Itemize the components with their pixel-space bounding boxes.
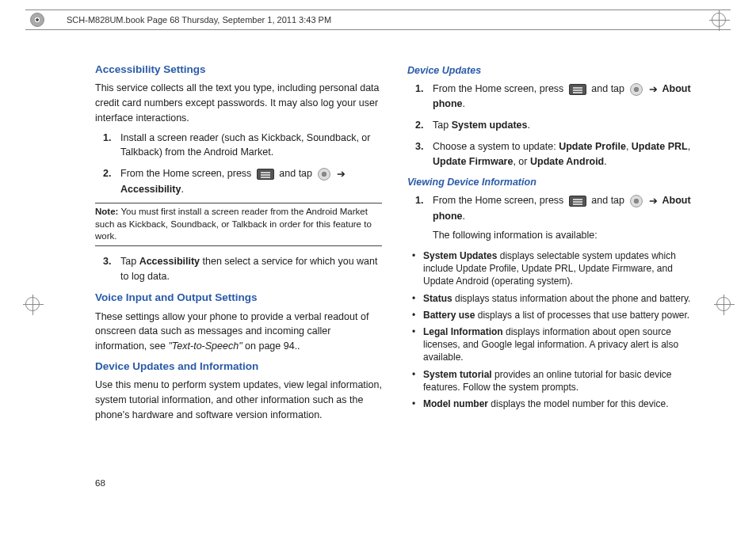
step-text: From the Home screen, press and tap ➔ Ab…: [433, 193, 694, 243]
settings-icon: [318, 168, 330, 181]
text: .: [181, 184, 183, 195]
bold-term: Update Android: [530, 156, 604, 167]
bullet-text: Status displays status information about…: [423, 292, 690, 305]
para: These settings allow your phone to provi…: [95, 310, 382, 354]
bold-term: Update Profile: [559, 141, 626, 152]
italic-reference: "Text-to-Speech": [168, 340, 242, 352]
note-text: You must first install a screen reader f…: [95, 207, 372, 241]
page-content: Accessibility Settings This service coll…: [95, 62, 694, 485]
page-number: 68: [95, 478, 105, 488]
list-item: •System Updates displays selectable syst…: [412, 249, 694, 288]
list-item: 1. Install a screen reader (such as Kick…: [103, 131, 382, 161]
cropmark-icon: [716, 297, 731, 311]
list-item: 3. Choose a system to update: Update Pro…: [415, 139, 694, 169]
text: From the Home screen, press: [120, 168, 251, 179]
heading-device-updates-info: Device Updates and Information: [95, 359, 382, 375]
list-item: •Battery use displays a list of processe…: [412, 309, 694, 321]
cropmark-icon: [25, 297, 40, 311]
bold-term: Accessibility: [120, 184, 181, 195]
para: Use this menu to perform system updates,…: [95, 378, 382, 422]
bold-term: Model number: [423, 398, 488, 409]
bullet-dot-icon: •: [412, 397, 423, 410]
left-column: Accessibility Settings This service coll…: [95, 62, 382, 485]
right-column: Device Updates 1. From the Home screen, …: [407, 62, 694, 485]
menu-key-icon: [257, 169, 274, 180]
step-text: From the Home screen, press and tap ➔ Ac…: [120, 166, 382, 196]
text: and tap: [591, 195, 624, 206]
text: .: [528, 120, 530, 131]
bullet-dot-icon: •: [412, 309, 423, 321]
note-box: Note: You must first install a screen re…: [95, 203, 382, 246]
bullet-dot-icon: •: [412, 292, 423, 305]
text: ,: [688, 141, 690, 152]
crop-header: SCH-M828UM.book Page 68 Thursday, Septem…: [25, 10, 731, 30]
step-text: Tap System updates.: [433, 118, 694, 133]
bold-term: Accessibility: [139, 256, 200, 267]
bold-term: Update Firmware: [433, 156, 513, 167]
bullet-text: Model number displays the model number f…: [423, 397, 668, 410]
bullet-text: Battery use displays a list of processes…: [423, 309, 689, 321]
heading-voice-input-output: Voice Input and Output Settings: [95, 290, 382, 306]
arrow-icon: ➔: [649, 195, 658, 207]
bullet-list: •System Updates displays selectable syst…: [412, 249, 694, 410]
text: The following information is available:: [433, 228, 694, 243]
heading-accessibility-settings: Accessibility Settings: [95, 62, 382, 78]
ordered-list: 1. From the Home screen, press and tap ➔…: [415, 193, 694, 243]
text: , or: [513, 156, 530, 167]
step-text: Choose a system to update: Update Profil…: [433, 139, 694, 169]
step-text: Install a screen reader (such as Kickbac…: [120, 131, 382, 161]
list-item: •Model number displays the model number …: [412, 397, 694, 410]
settings-icon: [630, 195, 643, 207]
menu-key-icon: [569, 196, 586, 207]
bullet-text: Legal Information displays information a…: [423, 325, 694, 364]
bullet-dot-icon: •: [412, 249, 423, 288]
heading-viewing-device-info: Viewing Device Information: [407, 175, 694, 190]
step-number: 3.: [415, 139, 433, 169]
bold-term: System tutorial: [423, 369, 492, 380]
text: .: [463, 98, 465, 109]
bold-term: System Updates: [423, 250, 497, 261]
step-number: 2.: [415, 118, 433, 133]
step-text: Tap Accessibility then select a service …: [120, 254, 382, 284]
menu-key-icon: [569, 84, 586, 95]
text: .: [463, 211, 465, 222]
list-item: 3. Tap Accessibility then select a servi…: [103, 254, 382, 284]
bullet-dot-icon: •: [412, 368, 423, 394]
bullet-text: System Updates displays selectable syste…: [423, 249, 694, 288]
heading-device-updates: Device Updates: [407, 63, 694, 78]
bold-term: Battery use: [423, 310, 475, 321]
bold-term: Update PRL: [632, 141, 688, 152]
ordered-list: 3. Tap Accessibility then select a servi…: [103, 254, 382, 284]
para: This service collects all the text you t…: [95, 81, 382, 125]
text: on page 94..: [242, 340, 300, 352]
ordered-list: 1. From the Home screen, press and tap ➔…: [415, 82, 694, 169]
list-item: 1. From the Home screen, press and tap ➔…: [415, 193, 694, 243]
step-number: 1.: [415, 82, 433, 112]
header-filename: SCH-M828UM.book Page 68 Thursday, Septem…: [67, 15, 331, 25]
step-number: 1.: [103, 131, 120, 161]
step-number: 3.: [103, 254, 120, 284]
cropmark-icon: [30, 13, 44, 27]
list-item: 2. From the Home screen, press and tap ➔…: [103, 166, 382, 196]
cropmark-icon: [712, 13, 726, 27]
step-text: From the Home screen, press and tap ➔ Ab…: [433, 82, 694, 112]
text: Tap: [120, 256, 139, 267]
list-item: •System tutorial provides an online tuto…: [412, 368, 694, 394]
bullet-text: System tutorial provides an online tutor…: [423, 368, 694, 394]
note-label: Note:: [95, 207, 118, 216]
list-item: 1. From the Home screen, press and tap ➔…: [415, 82, 694, 112]
text: Tap: [433, 120, 452, 131]
text: .: [604, 156, 606, 167]
text: From the Home screen, press: [433, 83, 563, 94]
arrow-icon: ➔: [337, 168, 346, 180]
list-item: •Legal Information displays information …: [412, 325, 694, 364]
text: and tap: [279, 168, 312, 179]
arrow-icon: ➔: [649, 83, 658, 95]
step-number: 2.: [103, 166, 120, 196]
bold-term: System updates: [452, 120, 528, 131]
list-item: •Status displays status information abou…: [412, 292, 694, 305]
text: From the Home screen, press: [433, 195, 563, 206]
step-number: 1.: [415, 193, 433, 243]
text: and tap: [591, 83, 624, 94]
ordered-list: 1. Install a screen reader (such as Kick…: [103, 131, 382, 197]
